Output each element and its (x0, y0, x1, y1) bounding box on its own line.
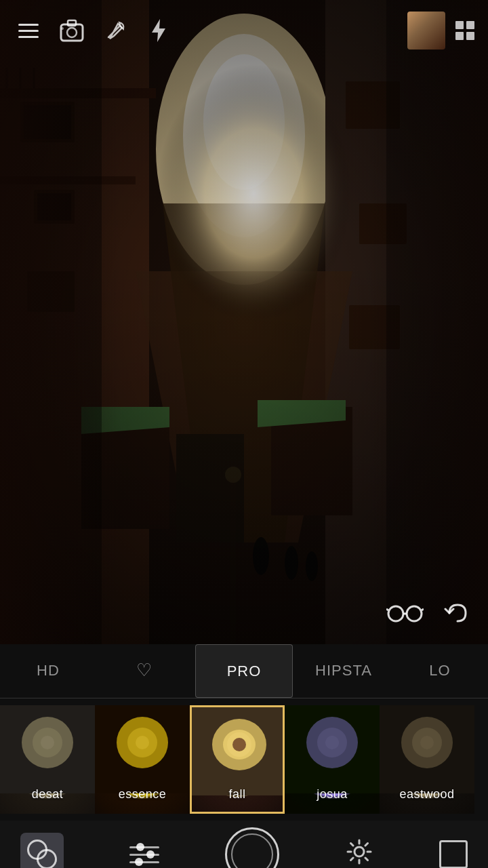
photo-vignette (0, 0, 488, 644)
filter-label-fall: fall (190, 787, 285, 802)
svg-rect-48 (95, 705, 190, 793)
svg-point-37 (407, 606, 422, 621)
svg-rect-33 (68, 20, 76, 26)
shutter-button[interactable] (225, 827, 279, 868)
tab-hd[interactable]: HD (0, 644, 96, 698)
undo-icon[interactable] (444, 599, 471, 631)
slider-line-3 (129, 861, 159, 863)
adjustments-button[interactable] (129, 846, 159, 863)
svg-rect-55 (192, 707, 285, 795)
flash-icon[interactable] (144, 16, 174, 45)
filter-eastwood[interactable]: eastwood (380, 705, 474, 814)
filter-label-essence: essence (95, 787, 190, 802)
top-toolbar (0, 0, 488, 61)
settings-button[interactable] (345, 837, 373, 869)
svg-rect-67 (380, 705, 474, 793)
tab-pro[interactable]: PRO (195, 644, 293, 698)
filter-label-desat: desat (0, 787, 95, 802)
tools-icon[interactable] (100, 16, 130, 45)
svg-rect-61 (285, 705, 380, 793)
svg-point-35 (61, 27, 64, 30)
lens-circles-icon (27, 840, 57, 868)
photo-preview (0, 0, 488, 644)
filter-strip: desat essence fall (0, 698, 488, 821)
filter-fall[interactable]: fall (190, 705, 285, 814)
svg-rect-32 (61, 24, 83, 41)
menu-icon[interactable] (14, 16, 43, 45)
lens-blend-button[interactable] (20, 833, 64, 868)
bottom-bar (0, 821, 488, 868)
toolbar-right (407, 12, 474, 50)
svg-point-36 (388, 606, 403, 621)
filter-essence[interactable]: essence (95, 705, 190, 814)
slider-line-2 (129, 854, 159, 856)
filter-controls (369, 586, 488, 644)
glasses-icon[interactable] (386, 601, 424, 630)
tab-hipsta[interactable]: HIPSTA (296, 644, 392, 698)
filter-tabs: HD ♡ PRO HIPSTA LO (0, 644, 488, 698)
grid-icon[interactable] (455, 21, 474, 40)
thumbnail-preview[interactable] (407, 12, 445, 50)
crop-button[interactable] (439, 840, 468, 868)
filter-label-eastwood: eastwood (380, 787, 474, 802)
filter-josua[interactable]: josua (285, 705, 380, 814)
filter-desat[interactable]: desat (0, 705, 95, 814)
shutter-inner (231, 833, 273, 868)
tab-favorites[interactable]: ♡ (96, 644, 192, 698)
camera-flip-icon[interactable] (57, 16, 87, 45)
svg-point-68 (354, 847, 364, 856)
slider-line-1 (129, 846, 159, 848)
filter-label-josua: josua (285, 787, 380, 802)
svg-point-34 (67, 28, 77, 37)
toolbar-left (14, 16, 174, 45)
svg-rect-43 (0, 705, 95, 793)
tab-lo[interactable]: LO (392, 644, 488, 698)
